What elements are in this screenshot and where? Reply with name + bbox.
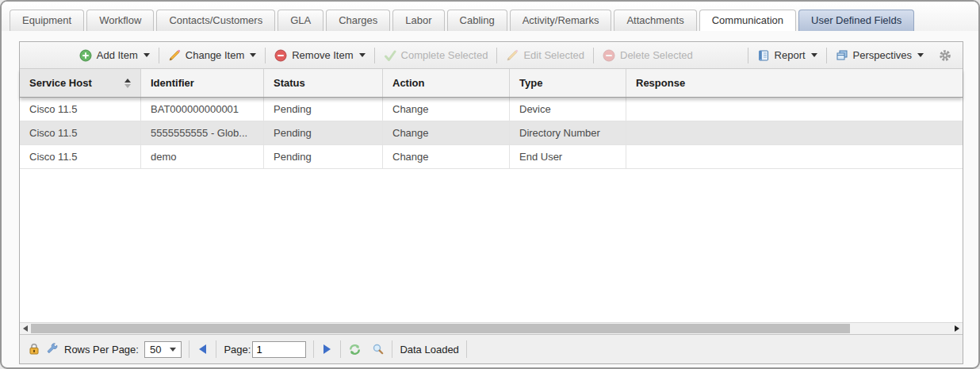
column-header-status[interactable]: Status — [264, 69, 383, 97]
delete-selected-label: Delete Selected — [620, 49, 693, 61]
separator — [216, 340, 216, 358]
table-row[interactable]: Cisco 11.5 5555555555 - Glob... Pending … — [20, 121, 963, 145]
cell-response — [626, 145, 963, 168]
remove-item-label: Remove Item — [292, 49, 353, 61]
tab-cabling[interactable]: Cabling — [447, 10, 507, 31]
scrollbar-track[interactable] — [31, 323, 951, 334]
change-item-label: Change Item — [186, 49, 244, 61]
cell-service-host: Cisco 11.5 — [20, 145, 141, 168]
check-icon — [384, 49, 396, 62]
column-header-identifier[interactable]: Identifier — [141, 69, 264, 97]
wrench-icon — [46, 343, 59, 356]
toolbar-separator — [496, 48, 497, 63]
separator — [392, 340, 392, 358]
minus-circle-icon — [274, 49, 287, 62]
cell-identifier: demo — [141, 145, 264, 168]
settings-button[interactable] — [934, 46, 956, 65]
column-label: Service Host — [29, 77, 92, 89]
cell-type: Device — [510, 98, 626, 121]
column-header-action[interactable]: Action — [383, 69, 510, 97]
table-body: Cisco 11.5 BAT000000000001 Pending Chang… — [20, 98, 963, 322]
cell-status: Pending — [264, 98, 383, 121]
tab-labor[interactable]: Labor — [392, 10, 444, 31]
rows-per-page-label: Rows Per Page: — [64, 344, 139, 356]
cell-action: Change — [383, 145, 510, 168]
communication-grid: Add Item Change Item — [19, 41, 963, 364]
table-row[interactable]: Cisco 11.5 BAT000000000001 Pending Chang… — [20, 98, 963, 121]
complete-selected-label: Complete Selected — [401, 49, 488, 61]
tab-attachments[interactable]: Attachments — [614, 10, 696, 31]
separator — [466, 340, 467, 358]
tab-contacts-customers[interactable]: Contacts/Customers — [156, 10, 275, 31]
scrollbar-thumb[interactable] — [31, 324, 850, 333]
customize-button[interactable] — [46, 343, 59, 356]
add-item-label: Add Item — [97, 49, 138, 61]
scroll-right-button[interactable] — [951, 323, 963, 334]
column-header-response[interactable]: Response — [626, 69, 963, 97]
horizontal-scrollbar[interactable] — [20, 322, 963, 334]
tab-user-defined-fields[interactable]: User Defined Fields — [798, 10, 914, 31]
previous-page-button[interactable] — [197, 344, 209, 354]
lock-button[interactable] — [28, 343, 40, 356]
next-page-button[interactable] — [321, 344, 333, 354]
tab-charges[interactable]: Charges — [326, 10, 390, 31]
rows-per-page-value: 50 — [150, 344, 161, 356]
gear-icon — [939, 49, 951, 62]
chevron-down-icon — [359, 53, 366, 57]
chevron-down-icon — [170, 348, 176, 352]
column-label: Response — [636, 77, 685, 89]
cell-type: End User — [510, 145, 626, 168]
toolbar-separator — [826, 48, 827, 63]
search-button[interactable] — [372, 343, 385, 356]
cell-service-host: Cisco 11.5 — [20, 98, 141, 121]
column-header-type[interactable]: Type — [510, 69, 626, 97]
tab-gla[interactable]: GLA — [278, 10, 323, 31]
left-arrow-icon — [23, 325, 28, 332]
tab-activity-remarks[interactable]: Activity/Remarks — [510, 10, 612, 31]
application-panel: Equipment Workflow Contacts/Customers GL… — [0, 0, 980, 369]
pencil-icon — [168, 49, 181, 62]
chevron-down-icon — [250, 53, 256, 57]
add-item-button[interactable]: Add Item — [72, 46, 157, 65]
report-label: Report — [775, 49, 806, 61]
tab-workflow[interactable]: Workflow — [86, 10, 154, 31]
refresh-icon — [348, 343, 362, 356]
table-row[interactable]: Cisco 11.5 demo Pending Change End User — [20, 145, 963, 169]
change-item-button[interactable]: Change Item — [161, 46, 263, 65]
toolbar-separator — [265, 48, 266, 63]
cell-status: Pending — [264, 121, 383, 144]
cell-type: Directory Number — [510, 121, 626, 144]
tab-communication[interactable]: Communication — [699, 10, 796, 31]
cell-identifier: BAT000000000001 — [141, 98, 264, 121]
page-number-input[interactable] — [252, 341, 306, 358]
perspectives-label: Perspectives — [853, 49, 912, 61]
remove-item-button[interactable]: Remove Item — [267, 46, 372, 65]
cell-action: Change — [383, 98, 510, 121]
cell-status: Pending — [264, 145, 383, 168]
separator — [340, 340, 341, 358]
separator — [313, 340, 314, 358]
padlock-icon — [28, 343, 40, 356]
delete-selected-button: Delete Selected — [595, 46, 700, 65]
right-arrow-icon — [955, 325, 959, 332]
refresh-button[interactable] — [348, 343, 362, 356]
tab-equipment[interactable]: Equipment — [10, 10, 84, 31]
rows-per-page-select[interactable]: 50 — [144, 341, 182, 358]
scroll-left-button[interactable] — [20, 323, 31, 334]
tab-bar: Equipment Workflow Contacts/Customers GL… — [2, 2, 978, 31]
report-button[interactable]: Report — [750, 46, 825, 65]
toolbar-separator — [748, 48, 748, 63]
chevron-down-icon — [917, 53, 924, 57]
left-arrow-icon — [199, 344, 206, 354]
chevron-down-icon — [811, 53, 817, 57]
table-header: Service Host Identifier Status Action Ty… — [20, 69, 963, 98]
separator — [189, 340, 189, 358]
column-header-service-host[interactable]: Service Host — [20, 69, 141, 97]
cell-service-host: Cisco 11.5 — [20, 121, 141, 144]
column-label: Action — [392, 77, 424, 89]
cell-response — [626, 121, 963, 144]
perspectives-button[interactable]: Perspectives — [829, 46, 931, 65]
toolbar-separator — [374, 48, 375, 63]
edit-selected-label: Edit Selected — [523, 49, 584, 61]
plus-circle-icon — [79, 49, 92, 62]
